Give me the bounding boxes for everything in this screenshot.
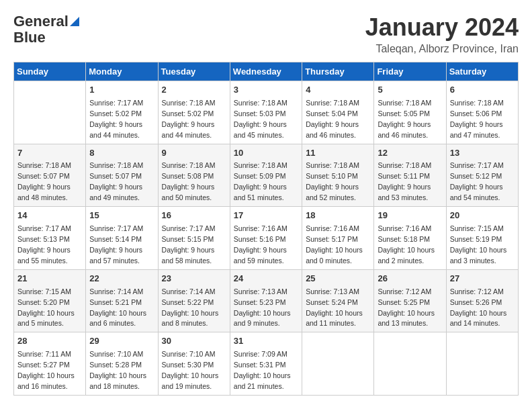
daylight-text: Daylight: 9 hours and 46 minutes. [306, 120, 359, 139]
calendar-cell [14, 81, 86, 144]
calendar-cell: 10Sunrise: 7:18 AMSunset: 5:09 PMDayligh… [230, 144, 302, 207]
sunset-text: Sunset: 5:08 PM [162, 172, 214, 180]
calendar-cell [446, 332, 518, 396]
header-row: Sunday Monday Tuesday Wednesday Thursday… [14, 62, 519, 81]
sunset-text: Sunset: 5:02 PM [89, 109, 142, 118]
calendar-week-row: 1Sunrise: 7:17 AMSunset: 5:02 PMDaylight… [14, 81, 519, 144]
calendar-cell [302, 332, 374, 396]
daylight-text: Daylight: 10 hours and 8 minutes. [162, 309, 219, 328]
calendar-cell: 3Sunrise: 7:18 AMSunset: 5:03 PMDaylight… [230, 81, 302, 144]
col-monday: Monday [86, 62, 158, 81]
day-number: 11 [306, 147, 370, 160]
sunrise-text: Sunrise: 7:18 AM [234, 99, 287, 107]
calendar-cell: 14Sunrise: 7:17 AMSunset: 5:13 PMDayligh… [14, 207, 86, 270]
day-number: 1 [89, 84, 154, 97]
day-number: 17 [234, 210, 298, 222]
calendar-cell: 1Sunrise: 7:17 AMSunset: 5:02 PMDaylight… [86, 81, 158, 144]
day-number: 29 [89, 335, 154, 348]
day-number: 10 [234, 147, 298, 160]
sunrise-text: Sunrise: 7:18 AM [306, 161, 359, 169]
sunrise-text: Sunrise: 7:14 AM [162, 287, 216, 295]
col-sunday: Sunday [14, 62, 86, 81]
day-number: 16 [162, 210, 226, 222]
calendar-cell: 11Sunrise: 7:18 AMSunset: 5:10 PMDayligh… [302, 144, 374, 207]
logo-text-blue: Blue [13, 30, 46, 46]
sunset-text: Sunset: 5:27 PM [17, 361, 70, 369]
sunset-text: Sunset: 5:15 PM [162, 235, 214, 243]
calendar-cell: 7Sunrise: 7:18 AMSunset: 5:07 PMDaylight… [14, 144, 86, 207]
daylight-text: Daylight: 10 hours and 21 minutes. [234, 371, 291, 390]
daylight-text: Daylight: 10 hours and 11 minutes. [306, 309, 363, 328]
day-number: 25 [306, 273, 370, 285]
sunset-text: Sunset: 5:21 PM [89, 298, 142, 306]
sunrise-text: Sunrise: 7:16 AM [234, 224, 287, 232]
day-number: 7 [17, 147, 82, 160]
day-number: 14 [17, 210, 82, 222]
sunset-text: Sunset: 5:20 PM [17, 298, 70, 306]
col-wednesday: Wednesday [230, 62, 302, 81]
sunset-text: Sunset: 5:30 PM [162, 361, 214, 369]
daylight-text: Daylight: 10 hours and 6 minutes. [89, 309, 146, 328]
day-number: 28 [17, 335, 82, 348]
daylight-text: Daylight: 9 hours and 49 minutes. [89, 183, 142, 201]
day-number: 8 [89, 147, 154, 160]
daylight-text: Daylight: 9 hours and 54 minutes. [450, 183, 503, 201]
col-thursday: Thursday [302, 62, 374, 81]
day-number: 31 [234, 335, 298, 348]
calendar-cell: 19Sunrise: 7:16 AMSunset: 5:18 PMDayligh… [374, 207, 446, 270]
sunset-text: Sunset: 5:18 PM [378, 235, 430, 243]
calendar-cell: 20Sunrise: 7:15 AMSunset: 5:19 PMDayligh… [446, 207, 518, 270]
daylight-text: Daylight: 10 hours and 16 minutes. [17, 371, 75, 390]
calendar-cell: 9Sunrise: 7:18 AMSunset: 5:08 PMDaylight… [158, 144, 230, 207]
day-number: 18 [306, 210, 370, 222]
calendar-cell: 27Sunrise: 7:12 AMSunset: 5:26 PMDayligh… [446, 269, 518, 332]
sunrise-text: Sunrise: 7:16 AM [378, 224, 431, 232]
sunset-text: Sunset: 5:22 PM [162, 298, 214, 306]
sunset-text: Sunset: 5:16 PM [234, 235, 286, 243]
calendar-cell: 29Sunrise: 7:10 AMSunset: 5:28 PMDayligh… [86, 332, 158, 396]
sunrise-text: Sunrise: 7:18 AM [89, 161, 143, 169]
sunset-text: Sunset: 5:11 PM [378, 172, 430, 180]
daylight-text: Daylight: 10 hours and 5 minutes. [17, 309, 75, 328]
daylight-text: Daylight: 9 hours and 58 minutes. [162, 246, 215, 265]
sunrise-text: Sunrise: 7:13 AM [234, 287, 287, 295]
day-number: 9 [162, 147, 226, 160]
day-number: 13 [450, 147, 515, 160]
sunset-text: Sunset: 5:13 PM [17, 235, 70, 243]
daylight-text: Daylight: 10 hours and 3 minutes. [450, 246, 507, 265]
daylight-text: Daylight: 10 hours and 13 minutes. [378, 309, 435, 328]
calendar-table: Sunday Monday Tuesday Wednesday Thursday… [13, 62, 519, 396]
daylight-text: Daylight: 9 hours and 48 minutes. [17, 183, 71, 201]
calendar-cell: 15Sunrise: 7:17 AMSunset: 5:14 PMDayligh… [86, 207, 158, 270]
sunset-text: Sunset: 5:03 PM [234, 109, 286, 118]
sunrise-text: Sunrise: 7:09 AM [234, 350, 287, 358]
sunset-text: Sunset: 5:10 PM [306, 172, 358, 180]
sunset-text: Sunset: 5:19 PM [450, 235, 502, 243]
daylight-text: Daylight: 9 hours and 47 minutes. [450, 120, 503, 139]
day-number: 6 [450, 84, 515, 97]
sunrise-text: Sunrise: 7:18 AM [17, 161, 71, 169]
sunset-text: Sunset: 5:14 PM [89, 235, 142, 243]
daylight-text: Daylight: 9 hours and 59 minutes. [234, 246, 287, 265]
day-number: 27 [450, 273, 515, 285]
day-number: 5 [378, 84, 442, 97]
daylight-text: Daylight: 10 hours and 9 minutes. [234, 309, 291, 328]
day-number: 3 [234, 84, 298, 97]
day-number: 26 [378, 273, 442, 285]
calendar-cell: 21Sunrise: 7:15 AMSunset: 5:20 PMDayligh… [14, 269, 86, 332]
sunrise-text: Sunrise: 7:11 AM [17, 350, 71, 358]
sunset-text: Sunset: 5:24 PM [306, 298, 358, 306]
logo-arrow-icon [70, 17, 79, 26]
daylight-text: Daylight: 9 hours and 52 minutes. [306, 183, 359, 201]
sunrise-text: Sunrise: 7:18 AM [450, 99, 504, 107]
calendar-cell [374, 332, 446, 396]
sunrise-text: Sunrise: 7:17 AM [162, 224, 216, 232]
calendar-cell: 6Sunrise: 7:18 AMSunset: 5:06 PMDaylight… [446, 81, 518, 144]
title-block: January 2024 Taleqan, Alborz Province, I… [365, 13, 519, 55]
sunrise-text: Sunrise: 7:17 AM [89, 99, 143, 107]
calendar-cell: 17Sunrise: 7:16 AMSunset: 5:16 PMDayligh… [230, 207, 302, 270]
calendar-cell: 18Sunrise: 7:16 AMSunset: 5:17 PMDayligh… [302, 207, 374, 270]
sunrise-text: Sunrise: 7:18 AM [306, 99, 359, 107]
sunset-text: Sunset: 5:07 PM [89, 172, 142, 180]
daylight-text: Daylight: 9 hours and 55 minutes. [17, 246, 71, 265]
